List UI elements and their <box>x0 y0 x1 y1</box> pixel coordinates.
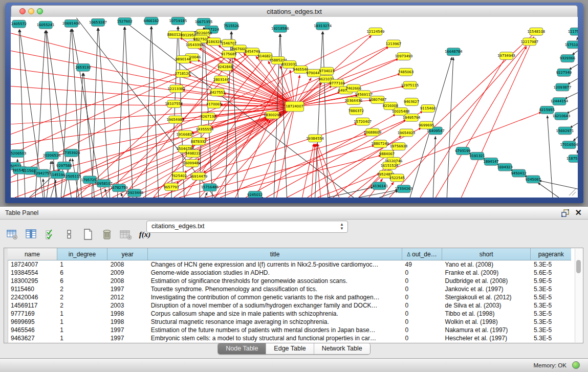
graph-node[interactable]: 18807249 <box>372 140 389 148</box>
graph-edge[interactable] <box>51 180 56 198</box>
graph-node[interactable]: 7515526 <box>224 22 239 30</box>
graph-node[interactable]: 20364436 <box>344 97 362 105</box>
table-cell[interactable]: 0 <box>402 310 442 318</box>
graph-edge[interactable] <box>11 33 295 106</box>
table-cell[interactable]: Dudbridge et al. (2008) <box>442 277 531 285</box>
graph-node[interactable]: 1694323 <box>497 163 512 171</box>
graph-node[interactable]: 16099489 <box>183 159 201 167</box>
graph-node[interactable]: 10653287 <box>89 18 107 26</box>
graph-node[interactable]: 6466162 <box>144 17 159 25</box>
graph-edge[interactable] <box>568 79 578 84</box>
graph-node[interactable]: 20206526 <box>43 152 61 160</box>
graph-edge[interactable] <box>151 27 159 198</box>
select-all-icon[interactable] <box>44 228 56 240</box>
graph-edge[interactable] <box>573 137 578 141</box>
graph-node[interactable]: 18313274 <box>314 22 332 30</box>
graph-node[interactable]: 4170065 <box>206 101 222 108</box>
table-cell[interactable]: 1997 <box>107 285 148 293</box>
memory-status-icon[interactable] <box>572 361 580 369</box>
graph-node[interactable]: 10543392 <box>186 41 204 49</box>
graph-edge[interactable] <box>577 151 578 154</box>
table-cell[interactable]: 0 <box>402 326 442 334</box>
graph-node[interactable]: 6793199 <box>455 147 470 155</box>
graph-node[interactable]: 17016504 <box>560 141 578 149</box>
graph-edge[interactable] <box>128 123 358 198</box>
table-row[interactable]: 1872400712008Changes of HCN gene express… <box>8 260 571 269</box>
table-row[interactable]: 2242004622012Investigating the contribut… <box>8 293 571 301</box>
table-cell[interactable]: 2009 <box>107 269 148 277</box>
graph-node[interactable]: 12505115 <box>63 172 81 180</box>
table-cell[interactable]: 0 <box>402 334 442 342</box>
graph-node[interactable]: 14136141 <box>371 182 388 190</box>
graph-node[interactable]: 12217987 <box>520 38 538 46</box>
table-cell[interactable]: 2 <box>57 285 107 293</box>
network-table-select[interactable]: citations_edges.txt ▲▼ <box>146 221 348 233</box>
table-cell[interactable]: 5.3E-5 <box>531 326 571 334</box>
table-cell[interactable]: Wolkin et al. (1998) <box>442 318 531 326</box>
table-cell[interactable]: Hescheler et al. (1997) <box>442 334 531 342</box>
table-row[interactable]: 911546021997Tourette syndrome. Phenomeno… <box>8 285 571 293</box>
graph-edge[interactable] <box>266 111 423 198</box>
graph-node[interactable]: 9329366 <box>560 55 575 62</box>
table-cell[interactable]: Nakamura et al. (1997) <box>442 326 531 334</box>
tab-network-table[interactable]: Network Table <box>314 343 370 354</box>
table-cell[interactable]: 1 <box>57 310 107 318</box>
table-row[interactable]: 1938455462009Genome-wide association stu… <box>8 269 571 277</box>
graph-node[interactable]: 19734943 <box>497 52 515 60</box>
graph-node[interactable]: 16210643 <box>553 112 571 120</box>
table-cell[interactable]: Stergiakouli et al. (2012) <box>442 293 531 301</box>
table-cell[interactable]: 2008 <box>107 260 148 269</box>
graph-edge[interactable] <box>548 116 553 198</box>
table-row[interactable]: 946362711997Embryonic stem cells: a mode… <box>8 334 571 342</box>
table-cell[interactable]: Jankovic et al. (1997) <box>442 285 531 293</box>
table-cell[interactable]: 5.3E-5 <box>531 334 571 342</box>
table-cell[interactable]: 49 <box>402 260 442 269</box>
graph-node[interactable]: 10688609 <box>364 128 382 136</box>
table-row[interactable]: 1456911722003Disruption of a novel membe… <box>8 301 571 310</box>
graph-node[interactable]: 9245012 <box>247 191 263 198</box>
table-cell[interactable]: 14569117 <box>8 301 57 310</box>
float-panel-icon[interactable] <box>561 209 570 217</box>
graph-edge[interactable] <box>43 179 45 198</box>
table-cell[interactable]: 1 <box>57 260 107 269</box>
graph-node[interactable]: 9884067 <box>379 150 395 158</box>
network-canvas[interactable]: 2405572160552412069140610653287152760264… <box>11 17 578 198</box>
table-cell[interactable]: 9465546 <box>8 326 57 334</box>
network-window-titlebar[interactable]: citations_edges.txt <box>11 5 578 18</box>
graph-node[interactable]: 9191321 <box>469 152 485 160</box>
table-cell[interactable]: 0 <box>402 269 442 277</box>
graph-node[interactable]: 1145194 <box>50 171 65 179</box>
table-row[interactable]: 1830029562008Estimation of significance … <box>8 277 571 285</box>
column-header-out_de[interactable]: Δout_de… <box>402 248 442 260</box>
table-cell[interactable]: Structural magnetic resonance image aver… <box>148 318 402 326</box>
table-cell[interactable]: Tourette syndrome. Phenomenology and cla… <box>148 285 402 293</box>
graph-node[interactable]: 7625402 <box>171 172 187 180</box>
table-cell[interactable]: 5.3E-5 <box>531 318 571 326</box>
graph-edge[interactable] <box>118 27 125 198</box>
table-cell[interactable]: 0 <box>402 301 442 310</box>
graph-node[interactable]: 19654923 <box>398 129 416 137</box>
graph-node[interactable]: 19495794 <box>403 114 421 121</box>
graph-node[interactable]: 18107554 <box>165 100 183 108</box>
graph-node[interactable]: 9115460 <box>420 105 435 113</box>
graph-node[interactable]: 12923448 <box>125 189 143 197</box>
table-row[interactable]: 946554611997Estimation of the future num… <box>8 326 571 334</box>
column-header-title[interactable]: title <box>148 248 402 260</box>
graph-edge[interactable] <box>11 69 295 106</box>
table-cell[interactable]: 1998 <box>107 310 148 318</box>
table-cell[interactable]: 1997 <box>107 326 148 334</box>
graph-node[interactable]: 16914479 <box>190 172 208 180</box>
table-cell[interactable]: 1998 <box>107 318 148 326</box>
table-cell[interactable]: 9699695 <box>8 318 57 326</box>
tab-edge-table[interactable]: Edge Table <box>266 343 313 354</box>
table-cell[interactable]: 0 <box>402 277 442 285</box>
table-cell[interactable]: 1 <box>57 326 107 334</box>
close-panel-icon[interactable]: ✕ <box>575 208 582 217</box>
graph-node[interactable]: 11875334 <box>567 155 578 162</box>
graph-node[interactable]: 12975115 <box>401 81 419 89</box>
table-cell[interactable]: 9115460 <box>8 285 57 293</box>
show-column-icon[interactable] <box>25 228 37 240</box>
table-cell[interactable]: Corpus callosum shape and size in male p… <box>148 310 402 318</box>
delete-table-icon[interactable] <box>101 228 113 240</box>
table-scrollbar-thumb[interactable] <box>576 260 581 273</box>
